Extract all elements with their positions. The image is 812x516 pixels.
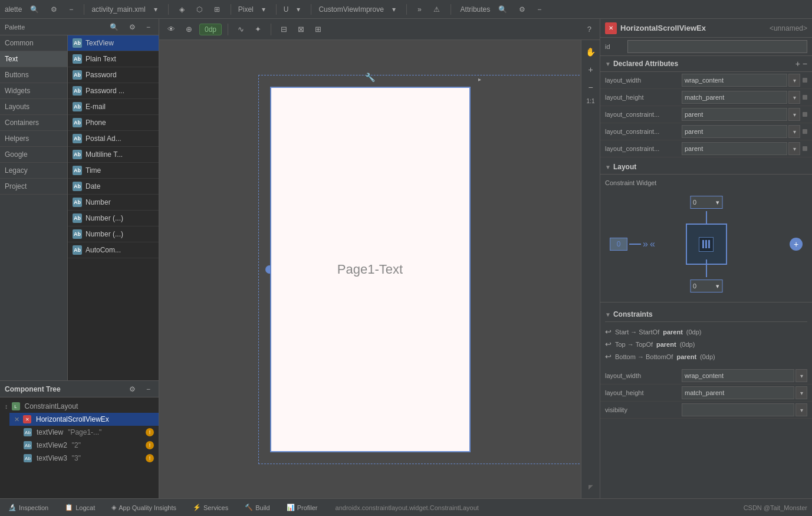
phone-frame[interactable]: Page1-Text (270, 87, 471, 452)
layout-width-input[interactable] (682, 74, 787, 87)
add-tool[interactable]: + (584, 63, 598, 77)
lh-dropdown[interactable]: ▾ (795, 386, 807, 399)
constraint-1-input[interactable] (682, 108, 787, 121)
lw-input[interactable] (682, 369, 794, 382)
inspection-btn[interactable]: 🔬 Inspection (5, 502, 52, 513)
warning-btn[interactable]: ⚠ (430, 4, 443, 15)
canvas-viewport[interactable]: ▸ 🔧 Page1-Text (159, 40, 581, 498)
settings-btn[interactable]: ⚙ (47, 4, 61, 15)
constraint-3-dropdown[interactable]: ▾ (788, 142, 800, 155)
palette-item-email[interactable]: Ab E-mail (68, 99, 159, 115)
search-btn[interactable]: 🔍 (27, 4, 42, 15)
logcat-btn[interactable]: 📋 Logcat (61, 502, 98, 513)
visibility-dropdown[interactable]: ▾ (795, 403, 807, 416)
code-mode-btn[interactable]: ⬡ (193, 4, 206, 15)
cat-common[interactable]: Common (0, 35, 67, 51)
palette-item-textview[interactable]: Ab TextView (68, 35, 159, 51)
visibility-input[interactable] (682, 403, 794, 416)
attr-close-btn[interactable]: − (534, 4, 545, 15)
left-arrow2-btn[interactable]: « (650, 239, 655, 249)
palette-item-number[interactable]: Ab Number (68, 195, 159, 211)
top-value-spinner[interactable]: 0 ▾ (690, 196, 722, 209)
align-h-btn[interactable]: ⊟ (277, 23, 291, 35)
more-btn[interactable]: » (414, 4, 425, 15)
cat-google[interactable]: Google (0, 147, 67, 163)
id-input[interactable] (627, 40, 807, 53)
minimize-btn[interactable]: − (65, 4, 77, 15)
help-btn[interactable]: ? (584, 23, 595, 35)
cat-project[interactable]: Project (0, 179, 67, 195)
constraint-2-dropdown[interactable]: ▾ (788, 125, 800, 138)
tree-item-constraint-layout[interactable]: ↕ L ConstraintLayout (0, 400, 159, 413)
attr-search-btn[interactable]: 🔍 (495, 4, 511, 15)
lh-input[interactable] (682, 386, 794, 399)
design-mode-btn[interactable]: ◈ (176, 4, 188, 15)
tree-item-textview1[interactable]: Ab textView "Page1-..." ! (19, 426, 159, 439)
resize-handle-tr[interactable]: ▸ (478, 76, 481, 83)
cat-helpers[interactable]: Helpers (0, 131, 67, 147)
wrench-icon[interactable]: 🔧 (365, 73, 375, 82)
user-dropdown[interactable]: ▾ (293, 4, 304, 15)
split-mode-btn[interactable]: ⊞ (211, 4, 223, 15)
resize-handle[interactable]: ◤ (584, 479, 598, 494)
layout-width-dropdown[interactable]: ▾ (788, 74, 800, 87)
palette-item-date[interactable]: Ab Date (68, 179, 159, 195)
remove-attr-btn[interactable]: − (803, 59, 807, 68)
palette-minimize-btn[interactable]: − (143, 22, 154, 32)
tree-item-textview3[interactable]: Ab textView3 "3" ! (19, 452, 159, 465)
build-btn[interactable]: 🔨 Build (241, 502, 273, 513)
add-attr-btn[interactable]: + (795, 59, 800, 68)
add-right-constraint-btn[interactable]: + (790, 238, 803, 251)
custom-view-dropdown[interactable]: ▾ (389, 4, 399, 15)
constraint-1-dropdown[interactable]: ▾ (788, 108, 800, 121)
preview-btn[interactable]: 👁 (164, 23, 179, 35)
device-dropdown[interactable]: ▾ (258, 4, 269, 15)
palette-item-password-num[interactable]: Ab Password ... (68, 83, 159, 99)
tree-item-horizontal-scroll[interactable]: ✕ ✕ HorizontalScrollViewEx (9, 413, 159, 426)
palette-item-phone[interactable]: Ab Phone (68, 115, 159, 131)
tree-settings-btn[interactable]: ⚙ (126, 384, 139, 395)
constraint-3-input[interactable] (682, 142, 787, 155)
declared-attrs-header[interactable]: ▼ Declared Attributes + − (600, 56, 812, 72)
palette-item-postal[interactable]: Ab Postal Ad... (68, 131, 159, 147)
palette-item-autocomplete[interactable]: Ab AutoCom... (68, 242, 159, 258)
left-arrow-btn[interactable]: » (643, 239, 648, 249)
palette-item-time[interactable]: Ab Time (68, 163, 159, 179)
services-btn[interactable]: ⚡ Services (189, 502, 232, 513)
cat-text[interactable]: Text (0, 51, 67, 67)
profiler-btn[interactable]: 📊 Profiler (283, 502, 321, 513)
tree-minimize-btn[interactable]: − (143, 384, 154, 395)
lw-dropdown[interactable]: ▾ (795, 369, 807, 382)
palette-item-number-signed[interactable]: Ab Number (...) (68, 211, 159, 226)
pack-btn[interactable]: ⊞ (311, 23, 325, 35)
layout-section-header[interactable]: ▼ Layout (600, 160, 812, 175)
palette-search-btn[interactable]: 🔍 (106, 22, 122, 32)
cat-containers[interactable]: Containers (0, 115, 67, 131)
file-dropdown[interactable]: ▾ (150, 4, 161, 15)
path-btn[interactable]: ∿ (234, 23, 248, 35)
constraint-2-input[interactable] (682, 125, 787, 138)
cat-legacy[interactable]: Legacy (0, 163, 67, 179)
minus-tool[interactable]: − (584, 80, 598, 94)
magnet-btn[interactable]: ⊕ (182, 23, 196, 35)
attr-settings-btn[interactable]: ⚙ (515, 4, 529, 15)
cat-layouts[interactable]: Layouts (0, 99, 67, 115)
cat-buttons[interactable]: Buttons (0, 67, 67, 83)
left-value-box[interactable]: 0 (610, 238, 627, 251)
palette-settings-btn[interactable]: ⚙ (126, 22, 139, 32)
palette-item-number-decimal[interactable]: Ab Number (...) (68, 226, 159, 242)
bottom-value-spinner[interactable]: 0 ▾ (690, 280, 722, 292)
hand-tool[interactable]: ✋ (584, 45, 598, 59)
palette-item-multiline[interactable]: Ab Multiline T... (68, 147, 159, 163)
palette-item-plaintext[interactable]: Ab Plain Text (68, 51, 159, 67)
tree-item-textview2[interactable]: Ab textView2 "2" ! (19, 439, 159, 452)
magic-btn[interactable]: ✦ (251, 23, 265, 35)
dp-value[interactable]: 0dp (199, 24, 222, 35)
layout-height-input[interactable] (682, 91, 787, 104)
constraints-header[interactable]: ▼ Constraints (605, 307, 807, 322)
layout-height-dropdown[interactable]: ▾ (788, 91, 800, 104)
palette-item-password[interactable]: Ab Password (68, 67, 159, 83)
app-quality-btn[interactable]: ◈ App Quality Insights (108, 502, 180, 513)
cat-widgets[interactable]: Widgets (0, 83, 67, 99)
align-v-btn[interactable]: ⊠ (294, 23, 308, 35)
